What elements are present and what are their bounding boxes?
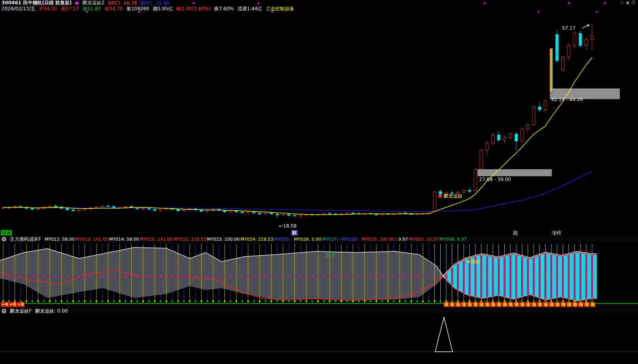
strong-marker-strip: ★强★强★强强强强强强强强强强强强强强强强强强强强强强强强强强强: [0, 302, 638, 307]
indicator-value: MY056: 9.97: [440, 237, 467, 242]
indicator-value: MY013: 141.00: [76, 237, 108, 242]
strong-marker: 强: [537, 302, 543, 307]
zhuiyao-panel-chart[interactable]: [0, 315, 638, 364]
strong-marker: 强: [549, 302, 554, 307]
ticker-badge[interactable]: 涨榜: [551, 230, 562, 236]
low-price-label: ←18.58: [279, 224, 296, 229]
bgy1-value: BGY1: 25.80: [140, 0, 170, 6]
window-control-icon[interactable]: ◆: [626, 0, 629, 5]
quote-field: 额5.95亿: [153, 6, 173, 11]
ticker-badge[interactable]: 财减: [1, 230, 12, 236]
zhuiyao-value: 麟龙追妖: 0.00: [35, 308, 68, 315]
industry-link[interactable]: 工业控制设备: [266, 6, 294, 11]
indicator-value: MY055: 10.07: [409, 237, 439, 242]
bre1-value: BRE1: 48.38: [108, 0, 137, 6]
signal-dot: [45, 2, 47, 4]
zhuiyao-panel-title: 麟龙追妖F: [10, 308, 32, 315]
strong-marker: 强: [555, 302, 560, 307]
signal-dot: [484, 2, 485, 4]
indicator-values: MY012: 58.00MY013: 141.00MY014: 58.00MY0…: [45, 236, 468, 242]
indicator-value: MY024: 218.53: [240, 237, 273, 242]
indicator-value: MY029: 100.00: [362, 237, 395, 242]
strong-marker: 强: [561, 302, 566, 307]
strong-marker: 强: [531, 302, 537, 307]
strong-marker: 强: [572, 302, 578, 307]
signal-dot: [138, 11, 140, 13]
ticker-badge[interactable]: 解: [291, 230, 298, 236]
indicator-value: MY023: 100.00: [207, 237, 240, 242]
strong-marker: 强: [508, 302, 513, 307]
panel-collapse-icon[interactable]: [2, 237, 6, 241]
quote-field: 开54.00: [39, 6, 57, 11]
indicator-value: : 9.97: [395, 237, 408, 242]
indicator-value: MY026: 5.00: [294, 237, 321, 242]
strong-marker: 强: [502, 302, 508, 307]
window-control-icon[interactable]: ◇: [620, 0, 623, 5]
ticker-badge[interactable]: 颍: [512, 230, 519, 236]
quote-field: 换7.60%: [214, 6, 234, 11]
indicator-value: MY027: -: [322, 237, 341, 242]
quote-field: 量109260: [126, 6, 149, 11]
window-controls: ◇◆☰: [620, 0, 636, 5]
strong-marker: 强: [467, 302, 472, 307]
strong-marker: 强: [543, 302, 549, 307]
quote-fields: 开54.00高57.17低51.87收54.70量109260额5.95亿幅2.…: [39, 6, 298, 12]
baoyao-annotation: ★报妖: [466, 258, 480, 265]
strong-marker: 强: [514, 302, 519, 307]
indicator-value: MY015: 141.00: [140, 237, 173, 242]
strong-marker: ★强: [9, 302, 17, 307]
strong-marker: ★强: [17, 302, 25, 307]
quote-field: 收54.70: [104, 6, 123, 11]
gap-box1-label: 42.14 - 44.26: [551, 97, 583, 102]
panel-collapse-icon[interactable]: [2, 309, 6, 313]
strong-marker: ★强: [1, 302, 9, 307]
signal-dot: [568, 2, 570, 4]
strong-marker: 强: [490, 302, 496, 307]
signal-dot: [193, 2, 194, 4]
signal-dot: [86, 11, 88, 13]
signal-dot: [258, 2, 259, 4]
quote-date: 2026/02/13/五: [2, 6, 35, 12]
chip-cost-panel-title: 主力筹码成本F: [10, 236, 41, 243]
strong-marker: 强: [449, 302, 455, 307]
strong-marker: 强: [496, 302, 502, 307]
zhuiyao-buy-signal: 麟龙追妖: [438, 193, 462, 200]
trading-app-window: 300461 田中精机(日线 前复权) 麟龙追妖Z BRE1: 48.38 BG…: [0, 0, 638, 364]
strong-marker: 强: [566, 302, 572, 307]
zhuiyao-panel-header: 麟龙追妖F 麟龙追妖: 0.00: [0, 307, 638, 315]
strong-marker: 强: [525, 302, 531, 307]
strong-marker: 强: [473, 302, 478, 307]
indicator-value: MY022: 218.53: [174, 237, 206, 242]
strong-marker: 强: [444, 302, 449, 307]
strong-marker: 强: [479, 302, 484, 307]
quote-field: 幅2.00(3.80%): [176, 6, 210, 11]
main-price-chart[interactable]: [0, 12, 638, 236]
signal-dot: [596, 11, 598, 13]
quote-field: 流通1.44亿: [238, 6, 262, 11]
youzi-annotation: 游资: [325, 252, 337, 259]
signal-dot: [272, 11, 273, 13]
indicator-value: MY012: 58.00: [45, 237, 75, 242]
signal-gem-icon: [438, 194, 442, 198]
signal-dot: [604, 2, 606, 4]
strong-marker: 强: [455, 302, 461, 307]
quote-field: 低51.87: [83, 6, 101, 11]
chip-cost-panel-chart[interactable]: [0, 243, 638, 307]
strong-marker: 强: [578, 302, 583, 307]
last-high-price-label: 57.17: [562, 26, 576, 31]
quote-info-bar: 2026/02/13/五 开54.00高57.17低51.87收54.70量10…: [0, 6, 638, 11]
gap-box2-label: 27.68 - 39.00: [479, 177, 511, 182]
strong-marker: 强: [584, 302, 589, 307]
strong-marker: 强: [461, 302, 466, 307]
indicator-gem-icon: [75, 1, 79, 5]
signal-label-text: 麟龙追妖: [444, 193, 462, 200]
chip-cost-panel-header: 主力筹码成本F MY012: 58.00MY013: 141.00MY014: …: [0, 236, 638, 243]
window-control-icon[interactable]: ☰: [632, 0, 636, 5]
indicator-value: MY025: -: [274, 237, 293, 242]
strong-marker: 强: [485, 302, 490, 307]
signal-dot: [538, 11, 539, 13]
indicator-value: MY028: -: [342, 237, 361, 242]
quote-field: 高57.17: [61, 6, 79, 11]
strong-marker: 强: [590, 302, 595, 307]
strong-marker: 强: [519, 302, 525, 307]
